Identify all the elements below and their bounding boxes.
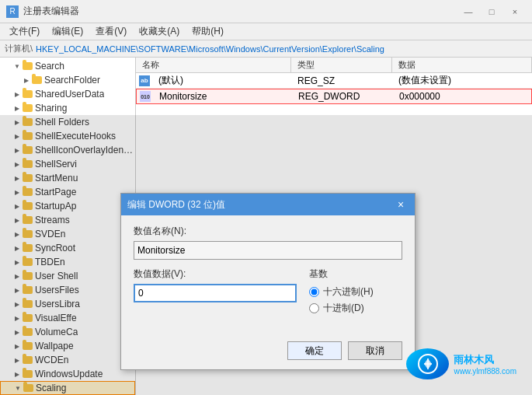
dword-icon: 010 [140,91,151,102]
watermark: 雨林木风 www.ylmf888.com [406,348,516,379]
tree-label: SearchFolder [44,75,100,86]
name-label: 数值名称(N): [134,225,402,238]
dialog-body: 数值名称(N): 数值数据(V): 基数 十六进制(H) [121,215,415,335]
maximize-button[interactable]: □ [481,4,502,19]
dialog-footer: 确定 取消 [121,335,415,369]
minimize-button[interactable]: — [457,4,479,19]
menu-file[interactable]: 文件(F) [3,23,46,40]
watermark-text-block: 雨林木风 www.ylmf888.com [454,353,516,376]
expand-arrow: ▶ [12,89,22,99]
reg-data: 0x000000 [393,91,447,102]
expand-arrow: ▶ [12,103,22,113]
ok-button[interactable]: 确定 [287,341,342,360]
column-headers: 名称 类型 数据 [136,58,532,73]
reg-data: (数值未设置) [392,74,457,87]
tree-item-search[interactable]: ▼ Search [0,59,135,73]
watermark-url: www.ylmf888.com [454,367,516,376]
col-header-name[interactable]: 名称 [136,58,291,72]
radio-hex[interactable]: 十六进制(H) [309,285,402,299]
window-controls: — □ × [457,4,526,19]
app-icon: R [6,5,19,18]
reg-type: REG_DWORD [292,91,393,102]
address-path[interactable]: HKEY_LOCAL_MACHINE\SOFTWARE\Microsoft\Wi… [36,44,527,54]
tree-label: Search [35,61,64,72]
value-label: 数值数据(V): [134,267,297,281]
value-row: 数值数据(V): 基数 十六进制(H) 十进制(D) [134,267,402,318]
col-header-type[interactable]: 类型 [291,58,392,72]
menu-help[interactable]: 帮助(H) [186,23,230,40]
tree-label: Sharing [35,103,67,114]
menu-edit[interactable]: 编辑(E) [46,23,89,40]
menu-bar: 文件(F) 编辑(E) 查看(V) 收藏夹(A) 帮助(H) [0,23,532,40]
dialog-close-button[interactable]: × [393,197,409,212]
radio-dec[interactable]: 十进制(D) [309,302,402,315]
col-header-data[interactable]: 数据 [392,58,532,72]
base-section: 基数 十六进制(H) 十进制(D) [309,267,402,318]
reg-name: Monitorsize [153,91,213,102]
main-content: ▼ Search ▶ SearchFolder ▶ SharedUserData… [0,58,532,395]
tree-item-sharing[interactable]: ▶ Sharing [0,101,135,115]
base-title: 基数 [309,267,402,281]
tree-label: SharedUserData [35,89,104,100]
table-row[interactable]: ab (默认) REG_SZ (数值未设置) [136,73,532,89]
edit-dword-dialog: 编辑 DWORD (32 位)值 × 数值名称(N): 数值数据(V): 基数 [120,193,416,370]
window-title: 注册表编辑器 [23,5,457,18]
dialog-title: 编辑 DWORD (32 位)值 [127,198,393,211]
name-input[interactable] [134,241,402,260]
expand-arrow: ▼ [12,61,22,71]
value-section: 数值数据(V): [134,267,297,318]
table-row[interactable]: 010 Monitorsize REG_DWORD 0x000000 [136,89,532,104]
tree-item-searchfolder[interactable]: ▶ SearchFolder [0,73,135,87]
dialog-title-bar: 编辑 DWORD (32 位)值 × [121,194,415,215]
menu-view[interactable]: 查看(V) [89,23,133,40]
title-bar: R 注册表编辑器 — □ × [0,0,532,23]
watermark-brand: 雨林木风 [454,353,516,367]
tree-item-shareduserdata[interactable]: ▶ SharedUserData [0,87,135,101]
radio-hex-input[interactable] [309,287,319,297]
folder-icon [22,103,33,113]
value-input[interactable] [134,284,297,302]
cancel-button[interactable]: 取消 [348,341,402,360]
address-label: 计算机\ [5,43,33,54]
address-bar: 计算机\ HKEY_LOCAL_MACHINE\SOFTWARE\Microso… [0,40,532,58]
default-icon: ab [139,75,150,86]
folder-icon [22,61,33,71]
watermark-logo [406,348,449,379]
folder-icon [31,75,42,85]
close-button[interactable]: × [504,4,526,19]
reg-type: REG_SZ [291,75,392,86]
watermark-svg [416,352,440,376]
folder-icon [22,89,33,99]
radio-dec-label: 十进制(D) [323,302,364,315]
radio-dec-input[interactable] [309,303,319,313]
menu-favorites[interactable]: 收藏夹(A) [133,23,186,40]
reg-name: (默认) [152,74,190,87]
expand-arrow: ▶ [22,75,31,85]
radio-hex-label: 十六进制(H) [323,285,374,299]
